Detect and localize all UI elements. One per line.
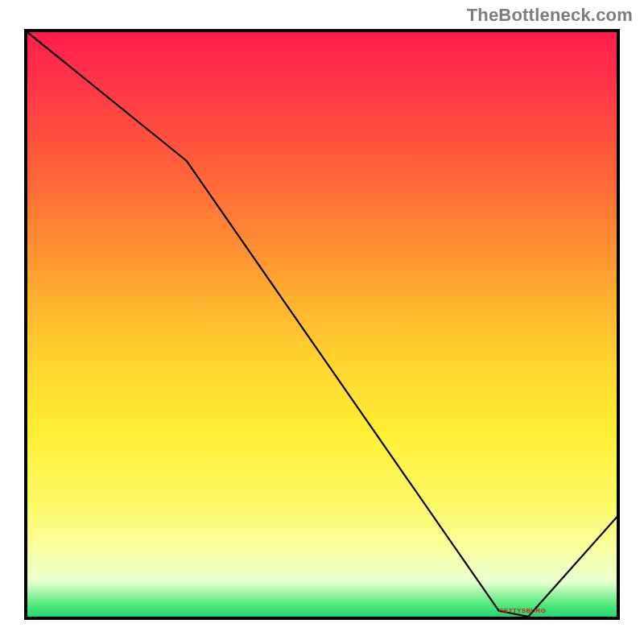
- chart-annotation-layer: GETTYSBURG: [27, 32, 617, 617]
- chart-plot-area: GETTYSBURG: [24, 29, 620, 620]
- watermark-text: TheBottleneck.com: [467, 5, 633, 26]
- chart-root: { "meta": { "watermark": "TheBottleneck.…: [0, 0, 644, 644]
- chart-annotation-label: GETTYSBURG: [499, 607, 547, 614]
